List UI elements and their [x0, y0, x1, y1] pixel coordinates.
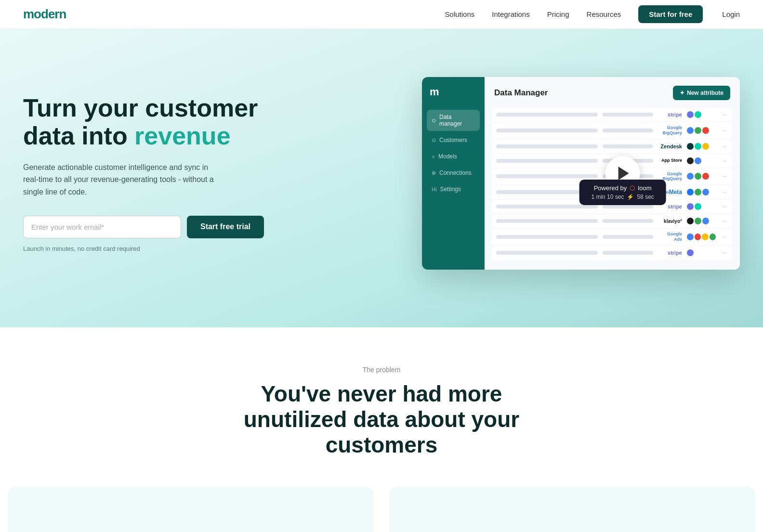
icon-circle — [695, 157, 701, 164]
row-bar — [496, 159, 598, 163]
new-attribute-label: New attribute — [687, 90, 724, 96]
row-bar — [496, 113, 598, 117]
brand-google-ads: Google Ads — [658, 232, 682, 242]
row-arrow-icon: → — [721, 233, 728, 241]
loom-time: 1 min 10 sec ⚡ 58 sec — [588, 194, 658, 200]
hero-description: Generate actionable customer intelligenc… — [23, 161, 225, 198]
table-row: klaviyo° → — [492, 214, 732, 228]
row-bar — [496, 174, 598, 178]
icon-circle — [702, 218, 709, 224]
row-bar-short — [603, 235, 653, 239]
row-arrow-icon: → — [721, 249, 728, 257]
powered-by-text: Powered by — [594, 184, 627, 192]
icon-circle — [687, 203, 694, 210]
settings-icon: Hi — [432, 186, 436, 192]
nav-solutions[interactable]: Solutions — [445, 10, 475, 18]
nav-login-link[interactable]: Login — [722, 10, 740, 18]
app-sidebar: m ⊙ Data manager ⊙ Customers ⟡ Models ⊕ … — [422, 77, 485, 270]
icon-circle — [687, 111, 694, 118]
problem-title: You've never had more unutilized data ab… — [213, 381, 550, 458]
row-icons — [687, 218, 716, 224]
icon-circle — [702, 127, 709, 134]
row-arrow-icon: → — [721, 157, 728, 165]
row-icons — [687, 111, 716, 118]
nav-integrations[interactable]: Integrations — [492, 10, 529, 18]
loom-duration: 1 min 10 sec — [591, 194, 624, 200]
app-main: Data Manager ✦ New attribute stripe — [485, 77, 740, 270]
brand-klaviyo: klaviyo° — [658, 219, 682, 224]
sidebar-item-customers[interactable]: ⊙ Customers — [427, 133, 480, 147]
hero-email-input[interactable] — [23, 216, 181, 238]
loom-label: loom — [638, 184, 651, 192]
icon-circle — [695, 143, 701, 150]
row-bar-short — [603, 144, 653, 148]
bottom-cards — [0, 487, 763, 532]
hero-title: Turn your customer data into revenue — [23, 94, 264, 149]
icon-circle — [687, 218, 694, 224]
row-icons — [687, 127, 716, 134]
brand-appstore: App Store — [658, 158, 682, 163]
icon-circle — [687, 143, 694, 150]
sidebar-item-connections[interactable]: ⊕ Connections — [427, 166, 480, 180]
sidebar-item-models[interactable]: ⟡ Models — [427, 149, 480, 164]
hero-trial-button[interactable]: Start free trial — [187, 216, 264, 238]
row-bar — [496, 129, 598, 132]
row-icons — [687, 203, 716, 210]
icon-circle — [687, 157, 694, 164]
app-main-title: Data Manager — [494, 88, 548, 98]
problem-section: The problem You've never had more unutil… — [0, 327, 763, 487]
nav-start-free-button[interactable]: Start for free — [638, 5, 703, 23]
loom-badge: Powered by ⬡ loom 1 min 10 sec ⚡ 58 sec — [579, 180, 666, 205]
icon-circle — [695, 203, 701, 210]
lightning-icon: ⚡ — [627, 194, 634, 200]
sidebar-label-connections: Connections — [439, 169, 472, 176]
icon-circle — [702, 143, 709, 150]
row-arrow-icon: → — [721, 188, 728, 196]
row-arrow-icon: → — [721, 203, 728, 210]
row-arrow-icon: → — [721, 111, 728, 118]
nav-pricing[interactable]: Pricing — [547, 10, 569, 18]
row-arrow-icon: → — [721, 143, 728, 150]
problem-label: The problem — [23, 366, 740, 374]
sidebar-item-settings[interactable]: Hi Settings — [427, 182, 480, 196]
row-bar — [496, 251, 598, 255]
row-icons — [687, 234, 716, 240]
row-icons — [687, 189, 716, 195]
row-icons — [687, 143, 716, 150]
app-preview: m ⊙ Data manager ⊙ Customers ⟡ Models ⊕ … — [422, 77, 740, 270]
row-icons — [687, 249, 716, 256]
row-bar-short — [603, 113, 653, 117]
bottom-card-2 — [389, 487, 755, 532]
icon-circle — [687, 189, 694, 195]
row-arrow-icon: → — [721, 127, 728, 134]
customers-icon: ⊙ — [432, 137, 436, 143]
row-bar — [496, 235, 598, 239]
hero-right: m ⊙ Data manager ⊙ Customers ⟡ Models ⊕ … — [293, 77, 740, 270]
icon-circle — [687, 249, 694, 256]
table-row: Google BigQuery → — [492, 122, 732, 139]
sidebar-label-settings: Settings — [440, 186, 460, 193]
connections-icon: ⊕ — [432, 170, 436, 176]
row-bar — [496, 205, 598, 208]
hero-note: Launch in minutes, no credit card requir… — [23, 245, 264, 252]
row-bar-short — [603, 205, 653, 208]
hero-title-accent: revenue — [134, 122, 230, 150]
sidebar-logo: m — [427, 86, 480, 98]
sidebar-label-customers: Customers — [439, 137, 467, 143]
nav-links: Solutions Integrations Pricing Resources… — [445, 5, 740, 23]
table-row: Google Ads → — [492, 229, 732, 245]
sparkle-icon: ✦ — [680, 90, 684, 96]
icon-circle — [687, 127, 694, 134]
table-row: Zendesk → — [492, 140, 732, 153]
play-triangle-icon — [618, 167, 629, 180]
row-bar-short — [603, 129, 653, 132]
table-row: stripe → — [492, 108, 732, 121]
navbar: modern Solutions Integrations Pricing Re… — [0, 0, 763, 29]
new-attribute-button[interactable]: ✦ New attribute — [673, 86, 730, 100]
nav-resources[interactable]: Resources — [587, 10, 621, 18]
row-bar — [496, 219, 598, 223]
sidebar-item-data-manager[interactable]: ⊙ Data manager — [427, 110, 480, 131]
brand-google-bq: Google BigQuery — [658, 125, 682, 136]
row-arrow-icon: → — [721, 172, 728, 180]
logo[interactable]: modern — [23, 7, 66, 22]
